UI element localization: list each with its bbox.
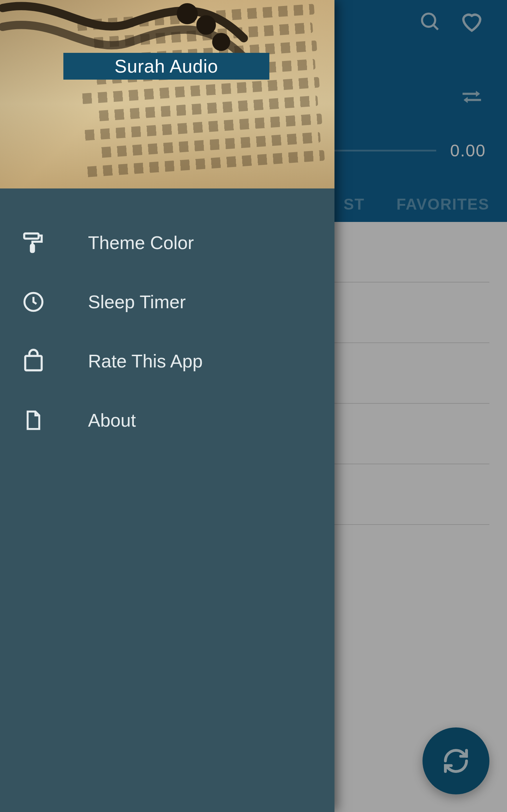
svg-rect-10	[25, 356, 42, 370]
menu-label: Sleep Timer	[88, 291, 186, 312]
drawer-menu: Theme Color Sleep Timer Rate This App	[0, 188, 334, 450]
file-icon	[21, 408, 46, 433]
menu-label: About	[88, 410, 136, 431]
menu-about[interactable]: About	[0, 391, 334, 450]
nav-drawer: Surah Audio Theme Color Sleep Timer	[0, 0, 334, 812]
paint-roller-icon	[21, 230, 46, 255]
drawer-header: Surah Audio	[0, 0, 334, 188]
shopping-bag-icon	[21, 349, 46, 373]
menu-label: Theme Color	[88, 232, 194, 253]
svg-rect-7	[24, 234, 39, 239]
menu-theme-color[interactable]: Theme Color	[0, 213, 334, 272]
svg-rect-8	[31, 245, 34, 252]
svg-point-6	[212, 33, 230, 51]
menu-label: Rate This App	[88, 351, 203, 372]
drawer-title: Surah Audio	[63, 53, 269, 80]
menu-sleep-timer[interactable]: Sleep Timer	[0, 272, 334, 331]
clock-icon	[21, 290, 46, 314]
svg-point-5	[196, 15, 216, 35]
menu-rate-app[interactable]: Rate This App	[0, 331, 334, 391]
svg-point-4	[177, 3, 198, 24]
